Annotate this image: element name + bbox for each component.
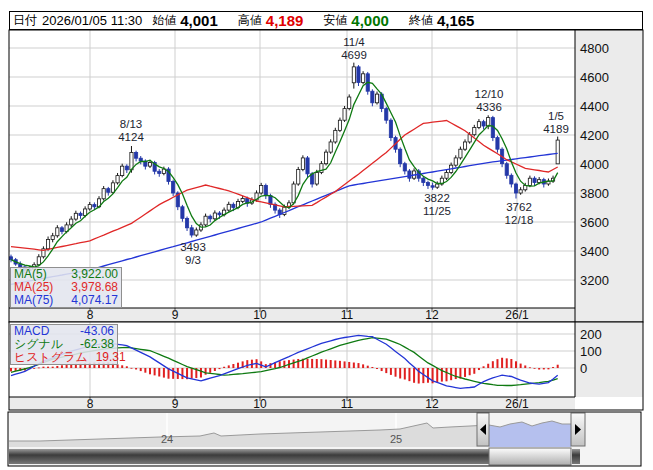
low-value: 4,000: [351, 12, 389, 29]
svg-text:4800: 4800: [580, 41, 609, 56]
stock-chart-canvas[interactable]: 8/13412434939/311/4469912/1043361/541893…: [0, 0, 653, 470]
date-value: 2026/01/05 11:30: [42, 13, 142, 28]
open-label: 始値: [152, 12, 176, 29]
svg-text:12/18: 12/18: [505, 214, 534, 226]
svg-text:100: 100: [580, 344, 602, 359]
ma75-legend-row: MA(75) 4,074.17: [14, 294, 118, 307]
close-value: 4,165: [437, 12, 475, 29]
histogram-value: 19.31: [96, 351, 126, 364]
svg-text:4699: 4699: [341, 49, 367, 61]
svg-text:3400: 3400: [580, 244, 609, 259]
high-value: 4,189: [266, 12, 304, 29]
svg-text:4400: 4400: [580, 99, 609, 114]
svg-text:11/25: 11/25: [423, 205, 451, 217]
svg-text:4124: 4124: [118, 131, 144, 143]
price-axis-labels: 480046004400420040003800360034003200: [580, 41, 609, 288]
svg-text:4336: 4336: [476, 101, 502, 113]
svg-text:4200: 4200: [580, 128, 609, 143]
svg-text:0: 0: [580, 361, 587, 376]
open-value: 4,001: [180, 12, 218, 29]
low-label: 安値: [323, 12, 347, 29]
high-label: 高値: [238, 12, 262, 29]
nav-left-arrow-button[interactable]: [477, 413, 489, 446]
quote-header: 日付 2026/01/05 11:30 始値 4,001 高値 4,189 安値…: [9, 11, 643, 30]
histogram-label: ヒストグラム: [14, 351, 88, 364]
histogram-legend-row: ヒストグラム 19.31: [14, 351, 114, 364]
svg-text:3822: 3822: [424, 192, 450, 204]
svg-text:3762: 3762: [506, 201, 532, 213]
nav-scrollbar-thumb[interactable]: [489, 448, 571, 465]
date-label: 日付: [13, 12, 37, 29]
svg-text:200: 200: [580, 327, 602, 342]
svg-text:24: 24: [161, 433, 173, 445]
svg-text:3600: 3600: [580, 215, 609, 230]
svg-text:11/4: 11/4: [343, 36, 365, 48]
macd-legend: MACD -43.06 シグナル -62.38 ヒストグラム 19.31: [10, 324, 118, 365]
svg-text:3800: 3800: [580, 186, 609, 201]
moving-average-legend: MA(5) 3,922.00 MA(25) 3,978.68 MA(75) 4,…: [10, 267, 122, 308]
ma75-label: MA(75): [14, 294, 53, 307]
svg-text:3200: 3200: [580, 273, 609, 288]
ma75-value: 4,074.17: [71, 294, 118, 307]
nav-scrollbar-track[interactable]: [9, 449, 489, 464]
svg-text:4189: 4189: [543, 123, 569, 135]
close-label: 終値: [409, 12, 433, 29]
svg-text:25: 25: [390, 433, 402, 445]
svg-text:3493: 3493: [180, 241, 206, 253]
svg-text:8/13: 8/13: [120, 118, 142, 130]
svg-text:1/5: 1/5: [548, 110, 564, 122]
stock-chart-app: { "header": { "date_label": "日付", "date_…: [0, 0, 653, 470]
svg-text:4600: 4600: [580, 70, 609, 85]
svg-text:4000: 4000: [580, 157, 609, 172]
svg-text:12/10: 12/10: [475, 88, 504, 100]
svg-text:9/3: 9/3: [185, 254, 201, 266]
nav-right-arrow-button[interactable]: [571, 413, 585, 446]
